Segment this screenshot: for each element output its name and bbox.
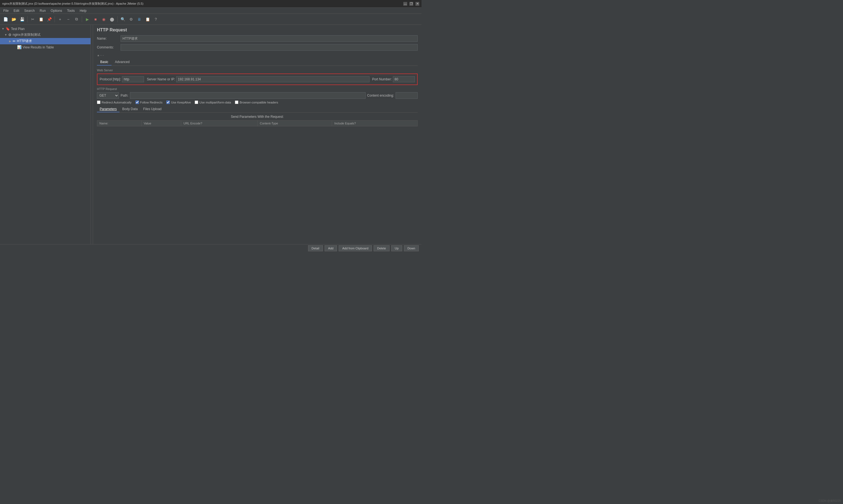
browser-checkbox-label[interactable]: Browser-compatible headers [235,101,278,104]
nginx-icon: ⚙ [8,33,12,37]
comments-input[interactable] [121,44,418,51]
settings-button[interactable]: ⚙ [127,15,135,23]
menu-item-run[interactable]: Run [37,8,48,13]
col-value: Value [142,121,181,126]
name-input[interactable] [121,35,418,42]
minimize-button[interactable]: — [403,2,407,6]
test-plan-label: Test Plan [11,27,24,31]
encoding-input[interactable] [396,92,418,99]
shutdown-button[interactable]: ◉ [100,15,108,23]
comments-row: Comments: [97,44,418,51]
protocol-field: Protocol [http]: [100,76,144,82]
follow-checkbox[interactable] [136,101,139,104]
expand-icon: ▼ [2,27,4,30]
http-request-label: HTTP请求 [17,39,32,43]
comments-label: Comments: [97,46,119,49]
method-path-row: GET POST PUT DELETE PATCH HEAD OPTIONS P… [97,92,418,99]
window-title: nginx并发限制测试.jmx (D:\software\apache-jmet… [2,2,143,6]
server-field: Server Name or IP: [147,76,369,82]
tab-advanced[interactable]: Advanced [111,59,133,66]
delete-button[interactable]: Delete [374,245,390,251]
multipart-checkbox-label[interactable]: Use multipart/form-data [195,101,231,104]
run-button[interactable]: ▶ [84,15,91,23]
collapse-button[interactable]: ▲ [97,54,100,57]
remote-button[interactable]: 🖥 [136,15,143,23]
menu-item-edit[interactable]: Edit [11,8,21,13]
detail-button[interactable]: Detail [308,245,323,251]
results-expand-icon [13,46,16,49]
open-button[interactable]: 📂 [10,15,18,23]
tab-bar: Basic Advanced [97,59,418,66]
checkbox-row: Redirect Automatically Follow Redirects … [97,101,418,104]
add-param-button[interactable]: Add [325,245,337,251]
down-button[interactable]: Down [404,245,419,251]
sub-tab-body-data[interactable]: Body Data [120,106,140,112]
add-button[interactable]: + [56,15,64,23]
server-input[interactable] [176,76,370,82]
params-header: Send Parameters With the Request: [97,115,418,119]
menu-item-tools[interactable]: Tools [65,8,77,13]
port-field: Port Number: [372,76,415,82]
restore-button[interactable]: ❐ [409,2,413,6]
remove-button[interactable]: − [65,15,72,23]
parameters-table: Name: Value URL Encode? Content-Type Inc… [97,120,418,126]
search-button[interactable]: 🔍 [119,15,127,23]
path-input[interactable] [130,92,365,99]
results-icon: 📊 [17,45,21,49]
keepalive-checkbox[interactable] [166,101,170,104]
follow-label: Follow Redirects [140,101,162,104]
paste-button[interactable]: 📌 [46,15,53,23]
http-request-label: HTTP Request [97,87,418,91]
stop-button[interactable]: ■ [92,15,100,23]
window-controls: — ❐ ✕ [403,2,419,6]
sub-tab-bar: Parameters Body Data Files Upload [97,106,418,112]
cut-button[interactable]: ✂ [29,15,37,23]
splitter-handle[interactable]: ⋮ [91,25,93,244]
bottom-bar: Detail Add Add from Clipboard Delete Up … [0,244,422,252]
clear-button[interactable]: ⬤ [108,15,116,23]
tree-item-http-request[interactable]: ▶ ✏ HTTP请求 [0,38,91,44]
help-button[interactable]: ? [152,15,160,23]
templates-button[interactable]: 📋 [144,15,151,23]
multipart-label: Use multipart/form-data [199,101,231,104]
panel-title: HTTP Request [97,28,418,33]
save-button[interactable]: 💾 [18,15,26,23]
redirect-label: Redirect Automatically [102,101,131,104]
toolbar-sep-4 [117,16,118,22]
name-row: Name: [97,35,418,42]
keepalive-label: Use KeepAlive [171,101,191,104]
keepalive-checkbox-label[interactable]: Use KeepAlive [166,101,191,104]
multipart-checkbox[interactable] [195,101,198,104]
sub-tab-parameters[interactable]: Parameters [97,106,120,112]
col-contenttype: Content-Type [257,121,332,126]
add-clipboard-button[interactable]: Add from Clipboard [339,245,372,251]
redirect-checkbox-label[interactable]: Redirect Automatically [97,101,131,104]
right-panel: HTTP Request Name: Comments: ▲ ··· Basic… [93,25,422,244]
menu-item-search[interactable]: Search [22,8,37,13]
menu-item-help[interactable]: Help [77,8,89,13]
dots-separator: ··· [100,53,105,57]
nginx-label: nginx并发限制测试 [13,33,40,37]
menu-item-options[interactable]: Options [49,8,64,13]
up-button[interactable]: Up [391,245,402,251]
col-name: Name: [97,121,142,126]
protocol-input[interactable] [122,76,144,82]
copy-button[interactable]: 📋 [37,15,45,23]
path-label: Path: [121,94,128,97]
redirect-checkbox[interactable] [97,101,101,104]
close-button[interactable]: ✕ [415,2,419,6]
tree-item-view-results[interactable]: 📊 View Results in Table [0,44,91,50]
menu-item-file[interactable]: File [1,8,11,13]
col-includeequals: Include Equals? [332,121,418,126]
tree-item-nginx[interactable]: ▼ ⚙ nginx并发限制测试 [0,32,91,38]
method-select[interactable]: GET POST PUT DELETE PATCH HEAD OPTIONS [97,92,119,99]
tab-basic[interactable]: Basic [97,59,111,66]
duplicate-button[interactable]: ⧉ [73,15,80,23]
view-results-label: View Results in Table [22,46,54,49]
new-button[interactable]: 📄 [2,15,10,23]
follow-checkbox-label[interactable]: Follow Redirects [136,101,162,104]
sub-tab-files-upload[interactable]: Files Upload [140,106,164,112]
port-input[interactable] [393,76,415,82]
browser-checkbox[interactable] [235,101,238,104]
tree-item-test-plan[interactable]: ▼ 🔖 Test Plan [0,26,91,32]
